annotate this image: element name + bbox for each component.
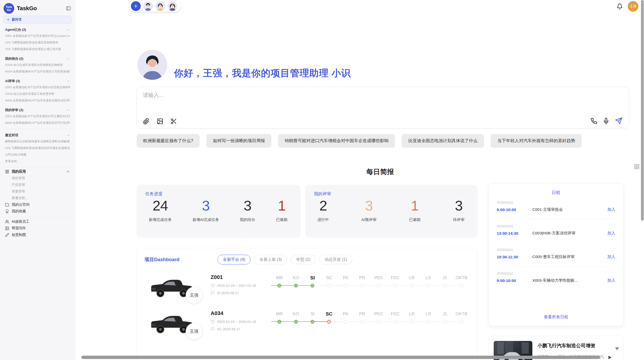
composer-toolbar-left bbox=[143, 118, 177, 125]
sidebar-item-draw[interactable]: 创意制图 bbox=[4, 232, 71, 238]
conversation-item[interactable]: A034-全新新能源MUV产品开发项目法规符合性评审 bbox=[5, 97, 70, 104]
member-avatar[interactable] bbox=[143, 1, 153, 11]
dashboard-title: 项目Dashboard bbox=[144, 256, 179, 263]
notification-bell-button[interactable] bbox=[617, 3, 623, 10]
project-row[interactable]: 王强 A034 2023-12-19 ~ 2026-01-19 SC-2025-… bbox=[144, 310, 470, 337]
recent-conversation-item[interactable]: C02-飞腾新能源轻客改款项目的闭环通告反馈情况 bbox=[5, 145, 70, 151]
milestone-sc: SC bbox=[321, 311, 337, 324]
member-pill bbox=[130, 1, 181, 12]
join-link[interactable]: 加入 bbox=[607, 254, 615, 260]
suggestion-chip[interactable]: 特朗普可能对进口汽车增税会对中国车企造成哪些影响 bbox=[278, 134, 395, 148]
stat: 1 已逾期 bbox=[409, 197, 420, 222]
schedule-time: 9:00-10:00 bbox=[497, 207, 532, 212]
apps-sub-list: 项目管理产品管理变更管理查看全部... bbox=[4, 175, 71, 201]
screenshot-button[interactable] bbox=[170, 118, 177, 125]
review-stats: 2 进行中 3 AI预评审 1 已逾期 3 待评审 bbox=[305, 197, 478, 222]
filter-pill[interactable]: 全新上装 (3) bbox=[254, 255, 287, 264]
milestone-ko: KO bbox=[288, 311, 304, 324]
layout-toggle-button[interactable] bbox=[634, 164, 640, 170]
new-chat-button[interactable]: 新对话 bbox=[4, 16, 71, 23]
sidebar-item-cloud-space[interactable]: 我的云空间 bbox=[4, 201, 71, 208]
conversation-item[interactable]: Z001-全新燃油轻卡产品开发项目SI节点属性5D文件评审 bbox=[5, 113, 70, 119]
sidebar-item-favorites[interactable]: 我的收藏 bbox=[4, 208, 71, 215]
recent-conversation-item[interactable]: 公司Q3轻卡销量 bbox=[5, 151, 70, 158]
stat: 24 新增完成任务 bbox=[149, 197, 172, 222]
collapse-sidebar-button[interactable] bbox=[65, 5, 71, 11]
conversation-item[interactable]: C02-飞腾新能源轻客改款项目立项汇报方案 bbox=[5, 46, 70, 52]
add-member-button[interactable] bbox=[131, 1, 141, 11]
recent-conversation-item[interactable]: 解释最新出台的欧盟报废车法规再生塑料比例被调至15%... bbox=[5, 138, 70, 145]
schedule-name: C001-立项审批会 bbox=[532, 207, 607, 212]
chat-input[interactable] bbox=[142, 91, 617, 112]
member-avatar[interactable] bbox=[155, 1, 165, 11]
logo-row: Task Go TaskGo bbox=[4, 3, 71, 14]
project-image: 王强 bbox=[149, 310, 195, 337]
section-header-my-todo[interactable]: 我的待办 (2) bbox=[4, 56, 71, 62]
user-avatar[interactable]: 王强 bbox=[628, 1, 638, 12]
conversation-item[interactable]: A034-全新新能源MUV产品开发项目计划变更表编写 bbox=[5, 68, 70, 75]
sidebar: Task Go TaskGo 新对话 Agent已办 (3) Z001-全新燃油… bbox=[0, 0, 75, 360]
milestone-pr: PR bbox=[354, 311, 370, 324]
mic-button[interactable] bbox=[603, 118, 609, 124]
schedule-item: 2025/03/11 13:00-14:30 C003|H0B-方案冻结评审 加… bbox=[497, 219, 615, 243]
section-header-agent-done[interactable]: Agent已办 (3) bbox=[4, 27, 71, 33]
scroll-down-arrow-icon[interactable] bbox=[615, 347, 619, 350]
chevron-up-icon bbox=[67, 134, 70, 137]
project-row[interactable]: 王强 Z001 2023-12-19 ~ 2027-01-19 SI-2025-… bbox=[144, 274, 470, 301]
suggestion-chip[interactable]: 欧洲新规最近颁布了什么? bbox=[137, 134, 200, 148]
grid-icon bbox=[5, 170, 9, 174]
dashboard-card: 项目Dashboard 全新平台 (4)全新上装 (3)年型 (2)动总开发 (… bbox=[137, 248, 478, 360]
conversation-item[interactable]: Z001-全新燃油轻卡产品开发项目SI造型提交物评审 bbox=[5, 84, 70, 91]
flag-icon bbox=[211, 291, 215, 295]
project-dates: 2023-12-19 ~ 2026-01-19 bbox=[217, 320, 256, 324]
milestone-pa: PA bbox=[337, 311, 354, 324]
sidebar-item-ai-staff[interactable]: AI超级员工 bbox=[4, 218, 71, 225]
task-stats: 24 新增完成任务 3 新增AI完成任务 3 我的待办 1 已逾期 bbox=[137, 197, 301, 222]
conversation-item[interactable]: Z001-全新燃油皮卡产品开发项目SI节点Lesson Learn报告 bbox=[5, 33, 70, 39]
section-header-my-review[interactable]: 我的评审 (2) bbox=[4, 107, 71, 113]
filter-pill[interactable]: 动总开发 (1) bbox=[319, 255, 352, 264]
suggestion-chip[interactable]: 比亚迪全固态电池计划具体说了什么 bbox=[402, 134, 484, 148]
milestone-pec: PEC bbox=[370, 275, 387, 288]
stat-label: 我的待办 bbox=[240, 217, 255, 222]
attach-button[interactable] bbox=[143, 118, 150, 125]
conversation-item[interactable]: A034-全新新能源MUV产品开发项目造型可行性评审 bbox=[5, 119, 70, 126]
project-dates-row: 2023-12-19 ~ 2027-01-19 bbox=[211, 283, 271, 288]
stat: 1 已逾期 bbox=[276, 197, 287, 222]
app-sub-item[interactable]: 查看全部... bbox=[12, 195, 71, 201]
vertical-scrollbar[interactable] bbox=[641, 0, 644, 221]
project-image: 王强 bbox=[149, 274, 195, 301]
project-info: A034 2023-12-19 ~ 2026-01-19 SC-2025-05-… bbox=[211, 310, 271, 331]
horizontal-scrollbar[interactable] bbox=[81, 356, 600, 359]
plus-icon bbox=[133, 4, 138, 9]
suggestion-chip[interactable]: 当下年轻人对汽车外观有怎样的喜好趋势 bbox=[491, 134, 582, 148]
app-sub-item[interactable]: 项目管理 bbox=[12, 175, 71, 182]
section-header-recent[interactable]: 最近对话 bbox=[4, 132, 71, 138]
join-link[interactable]: 加入 bbox=[607, 231, 615, 236]
member-avatar[interactable] bbox=[168, 1, 177, 11]
scroll-right-arrow-icon[interactable] bbox=[608, 356, 611, 359]
view-all-schedule[interactable]: 查看所有日程 bbox=[497, 311, 615, 320]
suggestion-chip[interactable]: 如何写一份清晰的项目周报 bbox=[206, 134, 271, 148]
section-header-ai-review[interactable]: AI评审 (3) bbox=[4, 78, 71, 84]
grid-icon bbox=[634, 164, 640, 170]
voice-call-button[interactable] bbox=[591, 118, 597, 124]
award-icon bbox=[5, 209, 9, 213]
sidebar-item-write[interactable]: 帮我写作 bbox=[4, 225, 71, 232]
plus-icon bbox=[6, 18, 10, 21]
conversation-item[interactable]: C0X4-动力总成开发项目SI里程碑提交物检查 bbox=[5, 62, 70, 68]
schedule-name: X003-车辆动力学性能验... bbox=[532, 278, 607, 283]
join-link[interactable]: 加入 bbox=[607, 207, 615, 212]
image-upload-button[interactable] bbox=[157, 118, 163, 125]
filter-pill[interactable]: 全新平台 (4) bbox=[217, 255, 251, 264]
conversation-item[interactable]: C0X4-动力总成开发项目工程变更评审 bbox=[5, 91, 70, 97]
app-sub-item[interactable]: 变更管理 bbox=[12, 188, 71, 195]
sidebar-item-my-apps[interactable]: 我的应用 bbox=[4, 168, 71, 175]
app-sub-item[interactable]: 产品管理 bbox=[12, 182, 71, 188]
send-button[interactable] bbox=[615, 117, 622, 125]
conversation-item[interactable]: C02-飞腾新能源轻客改款项目里程碑画布 bbox=[5, 39, 70, 46]
milestone-mr: MR bbox=[271, 275, 288, 288]
view-all-recent[interactable]: 查看全部... bbox=[5, 158, 70, 164]
join-link[interactable]: 加入 bbox=[607, 278, 615, 283]
filter-pill[interactable]: 年型 (2) bbox=[291, 255, 316, 264]
